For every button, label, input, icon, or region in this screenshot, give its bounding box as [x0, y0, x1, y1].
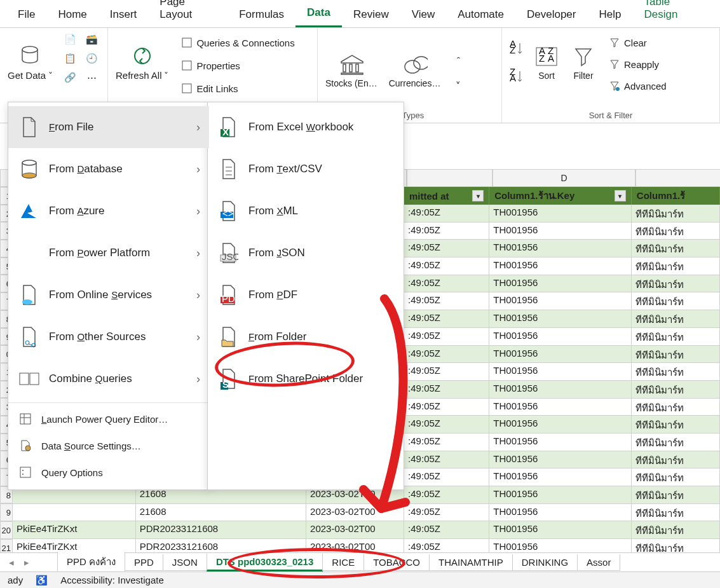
- status-accessibility[interactable]: Accessibility: Investigate: [60, 575, 164, 585]
- get-data-button[interactable]: Get Data ˅: [5, 31, 55, 94]
- from-table-icon[interactable]: 📋: [62, 50, 79, 67]
- svg-rect-3: [182, 61, 191, 70]
- sheet-nav-first-icon[interactable]: ◂: [5, 557, 18, 568]
- refresh-all-button[interactable]: Refresh All ˅: [113, 31, 171, 94]
- menu-combine-q[interactable]: Combine Queries: [8, 358, 209, 400]
- existing-conn-icon[interactable]: 🔗: [62, 69, 79, 86]
- menu-from-db[interactable]: From Database: [8, 148, 209, 190]
- currencies-datatype-button[interactable]: Currencies…: [386, 38, 444, 102]
- sort-asc-icon[interactable]: AZ: [507, 39, 525, 57]
- th-shop-key: Column1.ร้าน.Key: [494, 188, 574, 203]
- filter-label: Filter: [573, 71, 593, 81]
- sheet-tab-dts-ppd030323-0213[interactable]: DTS ppd030323_0213: [207, 554, 323, 571]
- sheet-tab-ppd[interactable]: PPD: [125, 554, 163, 571]
- sheet-tab-thainamthip[interactable]: THAINAMTHIP: [429, 554, 513, 571]
- sheet-nav-prev-icon[interactable]: ▸: [20, 557, 33, 568]
- sort-button[interactable]: AZZA Sort: [531, 31, 562, 94]
- row-number[interactable]: 20: [0, 521, 13, 539]
- from-xml-icon: <>: [218, 200, 240, 222]
- menu-from-azure[interactable]: From Azure: [8, 190, 209, 232]
- edit-links-button[interactable]: Edit Links: [177, 80, 298, 97]
- row-number[interactable]: 9: [0, 503, 13, 521]
- from-sp-icon: S: [218, 368, 240, 390]
- filter-dropdown-icon[interactable]: ▾: [615, 190, 626, 202]
- datatype-up-icon[interactable]: ˆ: [449, 51, 467, 69]
- filter-button[interactable]: Filter: [568, 31, 599, 94]
- tab-insert[interactable]: Insert: [98, 2, 149, 27]
- svg-point-27: [22, 470, 24, 471]
- from-db-icon: [18, 158, 40, 180]
- sheet-tab-rice[interactable]: RICE: [322, 554, 364, 571]
- sheet-tab-tobacco[interactable]: TOBACCO: [363, 554, 430, 571]
- menu-from-pp[interactable]: From Power Platform: [8, 232, 209, 274]
- menu-from-pdf[interactable]: PDFFrom PDF: [208, 274, 404, 316]
- sheet-tab-json[interactable]: JSON: [163, 554, 207, 571]
- queries-connections-button[interactable]: Queries & Connections: [177, 34, 298, 51]
- svg-point-25: [25, 446, 31, 451]
- get-data-label: Get Data: [8, 70, 46, 81]
- menu-from-csv[interactable]: From Text/CSV: [208, 148, 404, 190]
- sheet-tab-drinking[interactable]: DRINKING: [512, 554, 578, 571]
- sort-desc-icon[interactable]: ZA: [507, 67, 525, 85]
- menu-from-online[interactable]: From Online Services: [8, 274, 209, 316]
- from-folder-icon: [218, 326, 240, 348]
- tab-page-layout[interactable]: Page Layout: [148, 0, 228, 27]
- tab-data[interactable]: Data: [295, 0, 342, 27]
- status-bar: ady ♿ Accessibility: Investigate: [0, 571, 720, 588]
- tab-developer[interactable]: Developer: [515, 2, 588, 27]
- bank-icon: [339, 51, 364, 77]
- reapply-button[interactable]: Reapply: [605, 56, 670, 72]
- ds-settings-icon: [18, 439, 32, 453]
- sort-label: Sort: [538, 71, 555, 81]
- properties-button[interactable]: Properties: [177, 57, 298, 74]
- menu-from-other[interactable]: From Other Sources: [8, 316, 209, 358]
- table-row[interactable]: 216082023-03-02T00:49:05ZTH001956ทีทีมิน…: [13, 504, 720, 522]
- from-file-submenu: XFrom Excel WorkbookFrom Text/CSV<>From …: [207, 102, 404, 490]
- stocks-datatype-button[interactable]: Stocks (En…: [323, 38, 380, 102]
- tab-help[interactable]: Help: [588, 2, 633, 27]
- filter-dropdown-icon[interactable]: ▾: [472, 190, 484, 202]
- recent-sources-icon[interactable]: 🕘: [83, 50, 101, 67]
- sheet-tab-ppd-[interactable]: PPD คงค้าง: [57, 552, 125, 573]
- sort-filter-caption: Sort & Filter: [507, 109, 714, 121]
- menu-from-folder[interactable]: From Folder: [208, 316, 404, 358]
- menu-from-sp[interactable]: SFrom SharePoint Folder: [208, 358, 404, 400]
- tab-review[interactable]: Review: [342, 2, 400, 27]
- menu-from-xlwb[interactable]: XFrom Excel Workbook: [208, 106, 404, 148]
- advanced-button[interactable]: Advanced: [605, 78, 670, 94]
- svg-text:X: X: [222, 126, 229, 137]
- more-icon[interactable]: ⋯: [83, 69, 101, 86]
- table-row[interactable]: PkiEe4TirZKxtPDR202331216082023-03-02T00…: [13, 521, 720, 539]
- svg-text:<>: <>: [222, 208, 234, 219]
- tab-automate[interactable]: Automate: [446, 2, 515, 27]
- from-xlwb-icon: X: [218, 116, 240, 138]
- tab-file[interactable]: File: [6, 2, 46, 27]
- tab-table-design[interactable]: Table Design: [632, 0, 714, 27]
- currencies-label: Currencies…: [389, 78, 441, 88]
- tab-home[interactable]: Home: [46, 2, 98, 27]
- svg-text:A: A: [510, 72, 516, 83]
- menu-query-opts[interactable]: Query Options: [8, 459, 209, 486]
- col-header-d[interactable]: D: [492, 169, 635, 187]
- svg-point-19: [22, 299, 32, 304]
- menu-from-xml[interactable]: <>From XML: [208, 190, 404, 232]
- from-pdf-icon: PDF: [218, 284, 240, 306]
- from-online-icon: [18, 284, 40, 306]
- tab-view[interactable]: View: [400, 2, 447, 27]
- datatype-down-icon[interactable]: ˅: [449, 77, 467, 95]
- tab-formulas[interactable]: Formulas: [228, 2, 295, 27]
- menu-ds-settings[interactable]: Data Source Settings…: [8, 432, 209, 459]
- svg-point-6: [414, 57, 428, 69]
- clear-button[interactable]: Clear: [605, 34, 670, 51]
- menu-from-json[interactable]: JSONFrom JSON: [208, 232, 404, 274]
- from-web-icon[interactable]: 🗃️: [83, 31, 101, 48]
- menu-launch-pq[interactable]: Launch Power Query Editor…: [8, 406, 209, 432]
- accessibility-icon: ♿: [36, 575, 48, 586]
- stocks-label: Stocks (En…: [325, 78, 377, 88]
- svg-point-28: [22, 474, 24, 475]
- menu-from-file[interactable]: From File: [8, 106, 209, 148]
- from-pp-icon: [18, 242, 40, 264]
- from-text-icon[interactable]: 📄: [62, 31, 79, 48]
- svg-text:Z: Z: [510, 44, 515, 55]
- sheet-tab-assor[interactable]: Assor: [577, 554, 620, 571]
